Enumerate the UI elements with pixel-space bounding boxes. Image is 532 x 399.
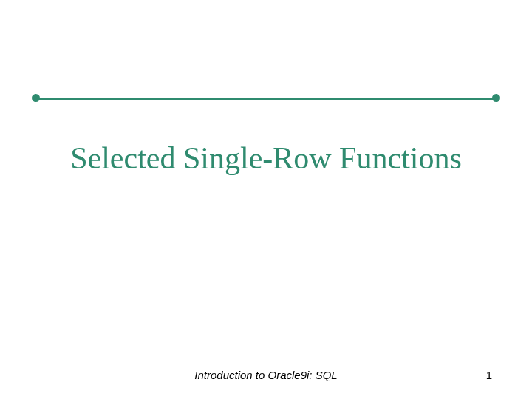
slide: Selected Single-Row Functions Introducti… [0, 0, 532, 399]
page-number: 1 [486, 369, 492, 381]
divider-line [35, 98, 497, 100]
divider-dot-right [492, 94, 500, 102]
footer-caption: Introduction to Oracle9i: SQL [0, 369, 532, 381]
slide-title: Selected Single-Row Functions [0, 140, 532, 176]
divider-dot-left [32, 94, 40, 102]
